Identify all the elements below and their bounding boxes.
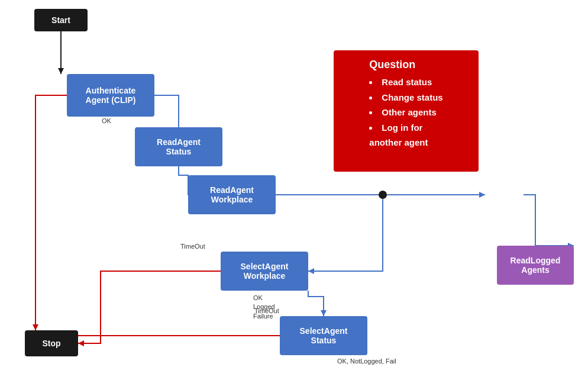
read-logged-agents-node: ReadLoggedAgents	[497, 246, 574, 285]
question-item-1: Read status	[369, 75, 442, 90]
svg-marker-8	[308, 268, 314, 274]
read-agent-workplace-label: ReadAgentWorkplace	[210, 185, 254, 204]
question-item-3: Other agents	[369, 105, 442, 120]
ok-label-1: OK	[102, 117, 111, 124]
question-title: Question	[369, 59, 442, 71]
start-label: Start	[51, 15, 70, 25]
question-item-4: Log in foranother agent	[369, 120, 442, 150]
diagram: Start Stop AuthenticateAgent (CLIP) Read…	[0, 0, 588, 383]
ok-notlogged-fail-label: OK, NotLogged, Fail	[337, 358, 396, 365]
read-agent-status-node: ReadAgentStatus	[135, 127, 222, 166]
decision-dot	[379, 191, 387, 199]
start-node: Start	[34, 9, 88, 31]
select-agent-workplace-node: SelectAgentWorkplace	[221, 252, 308, 291]
select-agent-status-label: SelectAgentStatus	[300, 326, 348, 345]
select-agent-status-node: SelectAgentStatus	[280, 316, 367, 355]
question-item-2: Change status	[369, 90, 442, 105]
authenticate-label: AuthenticateAgent (CLIP)	[86, 86, 136, 105]
stop-node: Stop	[25, 330, 78, 356]
read-logged-agents-label: ReadLoggedAgents	[511, 256, 561, 275]
question-box: Question Read status Change status Other…	[334, 50, 479, 172]
svg-marker-6	[479, 192, 485, 198]
svg-marker-9	[321, 310, 327, 316]
svg-marker-12	[78, 340, 84, 346]
question-list: Read status Change status Other agents L…	[369, 75, 442, 150]
timeout-label-1: TimeOut	[180, 243, 205, 250]
read-agent-workplace-node: ReadAgentWorkplace	[188, 175, 276, 214]
svg-marker-1	[58, 68, 64, 74]
svg-marker-13	[33, 324, 38, 330]
ok-logged-failure-label: OKLoggedFailure	[253, 294, 275, 321]
authenticate-node: AuthenticateAgent (CLIP)	[67, 74, 154, 117]
stop-label: Stop	[42, 339, 60, 348]
select-agent-workplace-label: SelectAgentWorkplace	[241, 262, 289, 281]
read-agent-status-label: ReadAgentStatus	[157, 137, 201, 156]
